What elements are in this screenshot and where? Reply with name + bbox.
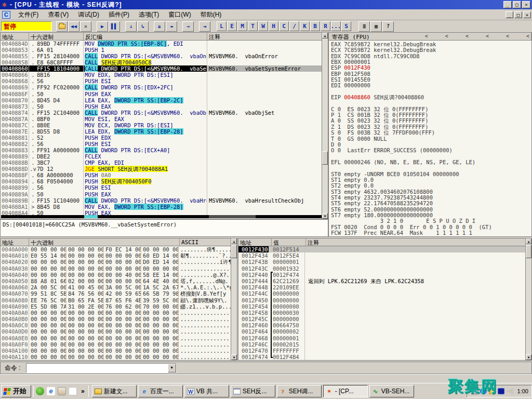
- toolbar-step-into-button[interactable]: ↓: [125, 21, 137, 32]
- dump-scrollbar[interactable]: ▲ ▼: [231, 238, 237, 360]
- toolbar-pause-button[interactable]: ▌▌: [109, 21, 120, 32]
- disasm-row[interactable]: 0040888F.68 A0000000PUSH 0A0: [1, 172, 323, 178]
- quicklaunch-icon[interactable]: [58, 387, 66, 395]
- dump-row[interactable]: 0040A04000 00 00 0000 00 00 0000 00 40 0…: [1, 272, 231, 278]
- disasm-row[interactable]: 00408870.8D45 D4LEA EAX, DWORD PTR SS:[E…: [1, 97, 323, 103]
- register-line[interactable]: EDX 7C99C0D8 ntdll.7C99C0D8: [329, 54, 531, 59]
- dump-row[interactable]: 0040A0E000 00 00 0000 00 00 0000 00 00 0…: [1, 335, 231, 341]
- toolbar-letter-L[interactable]: L: [217, 21, 227, 31]
- mdi-close-button[interactable]: ×: [523, 11, 531, 18]
- dump-row[interactable]: 0040A010E0 55 14 0000 00 00 0000 00 00 0…: [1, 252, 231, 259]
- maximize-button[interactable]: □: [513, 1, 521, 8]
- disasm-row[interactable]: 00408883.FF91 A0000000CALL DWORD PTR DS:…: [1, 147, 323, 153]
- toolbar-letter-W[interactable]: W: [258, 21, 268, 31]
- disasm-row[interactable]: 00408853.6A 01PUSH 1: [1, 47, 323, 53]
- disasm-row[interactable]: 0040888D.v7D 12JGE SHORT SEH反调?004088A1: [1, 166, 323, 172]
- taskbar-task[interactable]: VB 共...: [184, 385, 229, 397]
- toolbar-run-button[interactable]: ▶: [97, 21, 108, 32]
- register-line[interactable]: A 0 SS 0023 32 位 0(FFFFFFFF): [329, 118, 531, 124]
- menu-item[interactable]: 插件(P): [104, 9, 134, 20]
- stack-row[interactable]: 0012F46C00002015: [238, 341, 525, 348]
- stack-row[interactable]: 0012F448220109EE: [238, 284, 525, 290]
- disasm-row[interactable]: 0040887C.8B0EMOV ECX, DWORD PTR DS:[ESI]: [1, 122, 323, 128]
- scroll-down-icon[interactable]: ▼: [322, 213, 328, 219]
- dump-row[interactable]: 0040A0602A 00 5C 0041 00 45 003A 00 5C 0…: [1, 284, 231, 290]
- register-line[interactable]: EAX 7C859B72 kernel32.DebugBreak: [329, 42, 531, 47]
- disasm-row[interactable]: 00408873.50PUSH EAX: [1, 103, 323, 110]
- disasm-row[interactable]: 00408889.DBE2FCLEX: [1, 153, 323, 159]
- disasm-row[interactable]: 004088A1>8B45 D8MOV EAX, DWORD PTR SS:[E…: [1, 204, 323, 210]
- dump-row[interactable]: 0040A03000 00 00 0000 00 00 0000 00 00 0…: [1, 265, 231, 272]
- menu-item[interactable]: 调试(D): [73, 9, 104, 20]
- stack-row[interactable]: 0012F44462C21269返回到 LPK.62C21269 来自 LPK.…: [238, 278, 525, 284]
- disasm-row[interactable]: 0040887E.8D55 D8LEA EDX, DWORD PTR SS:[E…: [1, 128, 323, 135]
- register-line[interactable]: EIP 00408860 SEH反调?00408860: [329, 95, 531, 100]
- disasm-row[interactable]: 00408866.8B16MOV EDX, DWORD PTR DS:[ESI]: [1, 72, 323, 78]
- collapse-caret-icon[interactable]: <: [486, 33, 489, 39]
- collapse-caret-icon[interactable]: <: [506, 33, 509, 39]
- scroll-up-icon[interactable]: ▲: [231, 238, 237, 244]
- toolbar-letter-M[interactable]: M: [237, 21, 247, 31]
- scrollbar-thumb[interactable]: [526, 245, 531, 258]
- show-desktop-icon[interactable]: [69, 387, 77, 395]
- register-line[interactable]: ST3 empty 4632.0034602076108800: [329, 189, 531, 195]
- stack-row[interactable]: 0012F45800000030: [238, 310, 525, 316]
- taskbar-task[interactable]: SEH调...: [277, 385, 322, 397]
- stack-row[interactable]: 0012F45000000000: [238, 297, 525, 303]
- toolbar-until-return-button[interactable]: →: [182, 21, 194, 32]
- register-line[interactable]: D 0: [329, 142, 531, 148]
- disasm-row[interactable]: 0040885B.E8 68C8FFFFCALL SEH反调?004050C8: [1, 59, 323, 65]
- disasm-row[interactable]: 0040887A.8BF0MOV ESI, EAX: [1, 116, 323, 122]
- toolbar-letter-S[interactable]: S: [341, 21, 351, 31]
- stack-row[interactable]: 0012F46000664750: [238, 322, 525, 328]
- taskbar-task[interactable]: SEH反...: [231, 385, 275, 397]
- collapse-caret-icon[interactable]: <: [466, 33, 469, 39]
- taskbar-task[interactable]: - [CP...: [323, 385, 368, 397]
- stack-row[interactable]: 0012F470FFFFFFFF: [238, 348, 525, 354]
- disasm-row[interactable]: 00408869.FF92 FC020000CALL DWORD PTR DS:…: [1, 84, 323, 90]
- toolbar-letter-B[interactable]: B: [310, 21, 320, 31]
- toolbar-trace-into-button[interactable]: ⇊: [154, 21, 165, 32]
- mdi-minimize-button[interactable]: _: [506, 11, 513, 18]
- menu-item[interactable]: 选项(T): [134, 9, 164, 20]
- register-line[interactable]: EBX 00000001: [329, 59, 531, 65]
- disasm-row[interactable]: 00408881.52PUSH EDX: [1, 135, 323, 141]
- register-line[interactable]: ST0 empty -UNORM BCE0 01050104 00000000: [329, 171, 531, 177]
- volume-icon[interactable]: [507, 388, 513, 394]
- menu-item[interactable]: 查看(V): [43, 9, 73, 20]
- register-line[interactable]: [329, 100, 531, 106]
- stack-row[interactable]: 0012F45400000000: [238, 303, 525, 310]
- scrollbar-thumb[interactable]: [322, 151, 328, 165]
- toolbar-letter-R[interactable]: R: [321, 21, 330, 31]
- toolbar-letter-E[interactable]: E: [227, 21, 237, 31]
- dump-row[interactable]: 0040A0C000 00 00 0000 00 00 0000 00 00 0…: [1, 322, 231, 328]
- scroll-down-icon[interactable]: ▼: [526, 354, 531, 360]
- internet-explorer-icon[interactable]: e: [47, 387, 55, 395]
- menu-item[interactable]: 文件(F): [14, 9, 43, 20]
- register-line[interactable]: ESP 0012F430: [329, 65, 531, 71]
- stack-row[interactable]: 0012F43800000001: [238, 259, 525, 265]
- dump-row[interactable]: 0040A11000 00 00 0000 00 00 0000 00 00 0…: [1, 354, 231, 360]
- register-line[interactable]: ST1 empty 0.0: [329, 177, 531, 183]
- register-line[interactable]: T 0 GS 0000 NULL: [329, 136, 531, 142]
- dump-row[interactable]: 0040A0F000 00 00 0000 00 00 0000 00 00 0…: [1, 341, 231, 348]
- dump-row[interactable]: 0040A080EE 76 5C 00B0 65 FA 5E87 65 F6 4…: [1, 297, 231, 303]
- register-line[interactable]: ST5 empty 22.176470588235294720: [329, 201, 531, 206]
- register-line[interactable]: EFL 00000246 (NO, NB, E, BE, NS, PE, GE,…: [329, 159, 531, 165]
- toolbar-open-button[interactable]: [56, 21, 68, 32]
- scroll-down-icon[interactable]: ▼: [231, 354, 237, 360]
- toolbar-windows-list-button[interactable]: ≣: [358, 21, 370, 32]
- register-line[interactable]: EDI 00000000: [329, 83, 531, 88]
- disasm-row[interactable]: 00408882.56PUSH ESI: [1, 141, 323, 147]
- toolbar-close-program-button[interactable]: ✕: [80, 21, 91, 32]
- menu-item[interactable]: 帮助(H): [196, 9, 227, 20]
- taskbar-task[interactable]: 百度一...: [138, 385, 183, 397]
- minimize-button[interactable]: _: [503, 1, 512, 8]
- register-line[interactable]: FCW 137F Prec NEAR,64 Mask 1 1 1 1 1 1: [329, 230, 531, 236]
- register-line[interactable]: ST2 empty 0.0: [329, 183, 531, 189]
- dump-row[interactable]: 0040A05088 A8 01 6602 00 00 0000 00 00 0…: [1, 278, 231, 284]
- command-input[interactable]: [26, 364, 168, 373]
- dump-row[interactable]: 0040A0B000 00 00 0000 00 00 0000 00 00 0…: [1, 316, 231, 322]
- dump-row[interactable]: 0040A0D000 00 00 0000 00 00 0000 00 00 0…: [1, 328, 231, 335]
- toolbar-help-button[interactable]: ?: [382, 21, 394, 32]
